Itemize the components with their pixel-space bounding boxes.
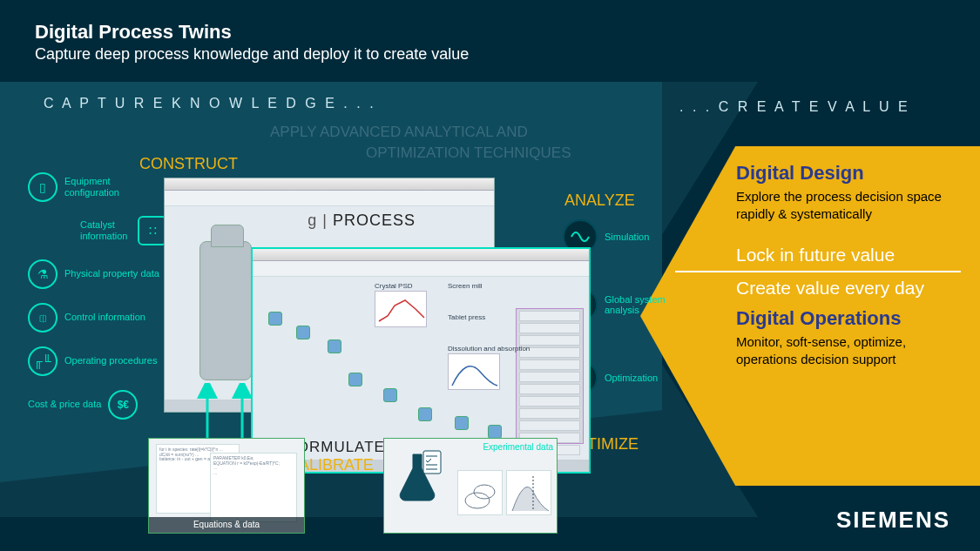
control-icon: ⎅ [28, 303, 57, 333]
input-operating-procedures: ╓╙ Operating procedures [28, 346, 167, 376]
input-catalyst: Catalyst information ∷ [80, 216, 167, 245]
siemens-logo: SIEMENS [836, 507, 950, 534]
digital-design-body: Explore the process decision space rapid… [736, 188, 961, 224]
flask-checklist-icon [389, 444, 450, 515]
input-physical-properties: ⚗ Physical property data [28, 259, 167, 289]
digital-operations-body: Monitor, soft-sense, optimize, operation… [736, 333, 961, 369]
page-subtitle: Capture deep process knowledge and deplo… [35, 45, 469, 64]
svg-point-7 [474, 485, 495, 499]
thumb-experimental-data: Experimental data [383, 438, 558, 534]
input-equipment: ▯ Equipment configuration [28, 172, 167, 202]
input-cost-data: Cost & price data $€ [28, 390, 167, 420]
side-panel [516, 308, 584, 444]
white-divider [675, 271, 961, 272]
digital-design-title: Digital Design [736, 162, 961, 185]
header: Digital Process Twins Capture deep proce… [35, 21, 469, 64]
input-control-information: ⎅ Control information [28, 303, 167, 333]
svg-rect-2 [423, 451, 441, 474]
svg-point-6 [465, 493, 490, 508]
procedures-icon: ╓╙ [28, 346, 57, 376]
lock-in-future-value: Lock in future value [736, 245, 961, 265]
gprocess-logo: g | PROCESS [308, 212, 416, 230]
label-analyze: ANALYZE [564, 192, 635, 210]
create-value-every-day: Create value every day [736, 278, 961, 299]
currency-icon: $€ [108, 390, 138, 420]
label-apply-techniques: APPLY ADVANCED ANALYTICAL AND OPTIMIZATI… [270, 122, 571, 164]
digital-operations-title: Digital Operations [736, 307, 961, 330]
label-construct: CONSTRUCT [139, 155, 238, 173]
flask-icon: ⚗ [28, 259, 57, 289]
label-create-value: . . . C R E A T E V A L U E [679, 99, 910, 115]
reactor-vessel-icon [199, 241, 252, 380]
catalyst-icon: ∷ [138, 216, 167, 245]
knowledge-inputs: ▯ Equipment configuration Catalyst infor… [28, 172, 167, 433]
label-capture-knowledge: C A P T U R E K N O W L E D G E . . . [44, 96, 376, 111]
equipment-icon: ▯ [28, 172, 57, 202]
thumb-equations-and-data: for i in species: rate[i]=k*C[i]^n ...dC… [148, 438, 305, 534]
page-title: Digital Process Twins [35, 21, 469, 44]
